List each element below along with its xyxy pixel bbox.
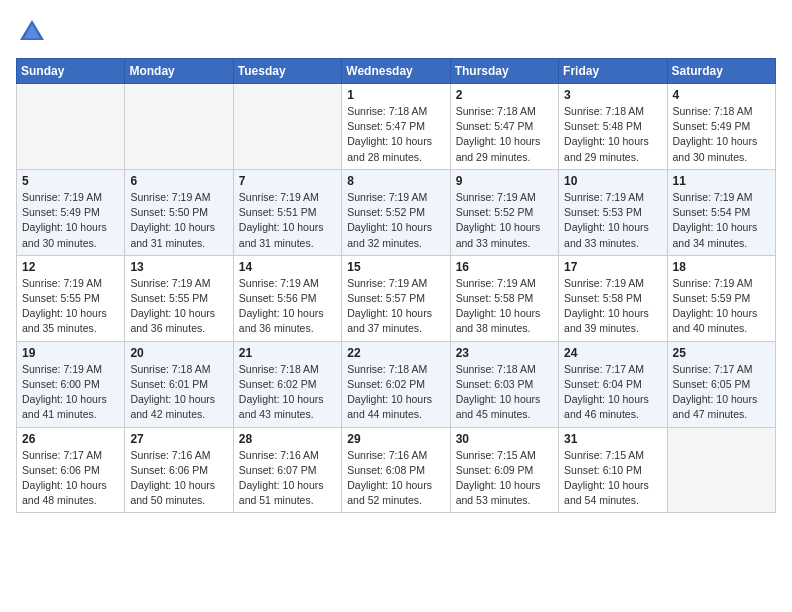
- calendar-cell: 9Sunrise: 7:19 AM Sunset: 5:52 PM Daylig…: [450, 169, 558, 255]
- logo: [16, 16, 52, 48]
- weekday-header-sunday: Sunday: [17, 59, 125, 84]
- weekday-header-tuesday: Tuesday: [233, 59, 341, 84]
- day-number: 8: [347, 174, 444, 188]
- day-number: 15: [347, 260, 444, 274]
- day-number: 9: [456, 174, 553, 188]
- day-number: 2: [456, 88, 553, 102]
- calendar-week-row: 12Sunrise: 7:19 AM Sunset: 5:55 PM Dayli…: [17, 255, 776, 341]
- day-number: 28: [239, 432, 336, 446]
- day-number: 13: [130, 260, 227, 274]
- weekday-header-row: SundayMondayTuesdayWednesdayThursdayFrid…: [17, 59, 776, 84]
- day-number: 10: [564, 174, 661, 188]
- calendar-cell: 31Sunrise: 7:15 AM Sunset: 6:10 PM Dayli…: [559, 427, 667, 513]
- day-number: 5: [22, 174, 119, 188]
- day-number: 18: [673, 260, 770, 274]
- calendar-cell: 6Sunrise: 7:19 AM Sunset: 5:50 PM Daylig…: [125, 169, 233, 255]
- day-number: 1: [347, 88, 444, 102]
- day-number: 29: [347, 432, 444, 446]
- day-info: Sunrise: 7:19 AM Sunset: 5:52 PM Dayligh…: [347, 190, 444, 251]
- calendar-cell: 3Sunrise: 7:18 AM Sunset: 5:48 PM Daylig…: [559, 84, 667, 170]
- day-number: 21: [239, 346, 336, 360]
- day-info: Sunrise: 7:17 AM Sunset: 6:05 PM Dayligh…: [673, 362, 770, 423]
- calendar-cell: 24Sunrise: 7:17 AM Sunset: 6:04 PM Dayli…: [559, 341, 667, 427]
- calendar-cell: 4Sunrise: 7:18 AM Sunset: 5:49 PM Daylig…: [667, 84, 775, 170]
- logo-icon: [16, 16, 48, 48]
- day-info: Sunrise: 7:19 AM Sunset: 6:00 PM Dayligh…: [22, 362, 119, 423]
- day-info: Sunrise: 7:19 AM Sunset: 5:58 PM Dayligh…: [456, 276, 553, 337]
- day-number: 12: [22, 260, 119, 274]
- day-info: Sunrise: 7:16 AM Sunset: 6:06 PM Dayligh…: [130, 448, 227, 509]
- weekday-header-monday: Monday: [125, 59, 233, 84]
- day-number: 20: [130, 346, 227, 360]
- day-number: 31: [564, 432, 661, 446]
- calendar-cell: [233, 84, 341, 170]
- day-number: 25: [673, 346, 770, 360]
- day-number: 30: [456, 432, 553, 446]
- day-info: Sunrise: 7:18 AM Sunset: 5:49 PM Dayligh…: [673, 104, 770, 165]
- calendar-week-row: 19Sunrise: 7:19 AM Sunset: 6:00 PM Dayli…: [17, 341, 776, 427]
- calendar-cell: [125, 84, 233, 170]
- calendar-cell: 16Sunrise: 7:19 AM Sunset: 5:58 PM Dayli…: [450, 255, 558, 341]
- day-info: Sunrise: 7:19 AM Sunset: 5:51 PM Dayligh…: [239, 190, 336, 251]
- calendar-cell: 11Sunrise: 7:19 AM Sunset: 5:54 PM Dayli…: [667, 169, 775, 255]
- weekday-header-friday: Friday: [559, 59, 667, 84]
- calendar-cell: 5Sunrise: 7:19 AM Sunset: 5:49 PM Daylig…: [17, 169, 125, 255]
- calendar-cell: 23Sunrise: 7:18 AM Sunset: 6:03 PM Dayli…: [450, 341, 558, 427]
- calendar-cell: 25Sunrise: 7:17 AM Sunset: 6:05 PM Dayli…: [667, 341, 775, 427]
- calendar-cell: [667, 427, 775, 513]
- day-number: 17: [564, 260, 661, 274]
- weekday-header-saturday: Saturday: [667, 59, 775, 84]
- day-number: 16: [456, 260, 553, 274]
- day-number: 3: [564, 88, 661, 102]
- calendar-cell: 13Sunrise: 7:19 AM Sunset: 5:55 PM Dayli…: [125, 255, 233, 341]
- day-number: 26: [22, 432, 119, 446]
- day-number: 6: [130, 174, 227, 188]
- day-number: 7: [239, 174, 336, 188]
- day-info: Sunrise: 7:18 AM Sunset: 5:48 PM Dayligh…: [564, 104, 661, 165]
- calendar-cell: 26Sunrise: 7:17 AM Sunset: 6:06 PM Dayli…: [17, 427, 125, 513]
- day-info: Sunrise: 7:19 AM Sunset: 5:50 PM Dayligh…: [130, 190, 227, 251]
- calendar-cell: [17, 84, 125, 170]
- day-info: Sunrise: 7:19 AM Sunset: 5:59 PM Dayligh…: [673, 276, 770, 337]
- calendar-cell: 28Sunrise: 7:16 AM Sunset: 6:07 PM Dayli…: [233, 427, 341, 513]
- calendar-cell: 12Sunrise: 7:19 AM Sunset: 5:55 PM Dayli…: [17, 255, 125, 341]
- day-info: Sunrise: 7:19 AM Sunset: 5:52 PM Dayligh…: [456, 190, 553, 251]
- calendar-cell: 29Sunrise: 7:16 AM Sunset: 6:08 PM Dayli…: [342, 427, 450, 513]
- day-info: Sunrise: 7:19 AM Sunset: 5:54 PM Dayligh…: [673, 190, 770, 251]
- calendar-week-row: 26Sunrise: 7:17 AM Sunset: 6:06 PM Dayli…: [17, 427, 776, 513]
- day-number: 23: [456, 346, 553, 360]
- calendar-cell: 27Sunrise: 7:16 AM Sunset: 6:06 PM Dayli…: [125, 427, 233, 513]
- calendar-cell: 19Sunrise: 7:19 AM Sunset: 6:00 PM Dayli…: [17, 341, 125, 427]
- calendar-cell: 30Sunrise: 7:15 AM Sunset: 6:09 PM Dayli…: [450, 427, 558, 513]
- day-info: Sunrise: 7:18 AM Sunset: 5:47 PM Dayligh…: [347, 104, 444, 165]
- weekday-header-wednesday: Wednesday: [342, 59, 450, 84]
- calendar-cell: 8Sunrise: 7:19 AM Sunset: 5:52 PM Daylig…: [342, 169, 450, 255]
- day-info: Sunrise: 7:18 AM Sunset: 6:02 PM Dayligh…: [347, 362, 444, 423]
- calendar-cell: 15Sunrise: 7:19 AM Sunset: 5:57 PM Dayli…: [342, 255, 450, 341]
- calendar-cell: 17Sunrise: 7:19 AM Sunset: 5:58 PM Dayli…: [559, 255, 667, 341]
- calendar-table: SundayMondayTuesdayWednesdayThursdayFrid…: [16, 58, 776, 513]
- day-number: 19: [22, 346, 119, 360]
- day-info: Sunrise: 7:19 AM Sunset: 5:55 PM Dayligh…: [22, 276, 119, 337]
- day-info: Sunrise: 7:18 AM Sunset: 6:03 PM Dayligh…: [456, 362, 553, 423]
- day-info: Sunrise: 7:18 AM Sunset: 6:01 PM Dayligh…: [130, 362, 227, 423]
- day-info: Sunrise: 7:17 AM Sunset: 6:04 PM Dayligh…: [564, 362, 661, 423]
- day-number: 11: [673, 174, 770, 188]
- day-number: 22: [347, 346, 444, 360]
- day-info: Sunrise: 7:19 AM Sunset: 5:56 PM Dayligh…: [239, 276, 336, 337]
- calendar-cell: 10Sunrise: 7:19 AM Sunset: 5:53 PM Dayli…: [559, 169, 667, 255]
- day-number: 27: [130, 432, 227, 446]
- calendar-week-row: 1Sunrise: 7:18 AM Sunset: 5:47 PM Daylig…: [17, 84, 776, 170]
- day-info: Sunrise: 7:19 AM Sunset: 5:57 PM Dayligh…: [347, 276, 444, 337]
- calendar-cell: 21Sunrise: 7:18 AM Sunset: 6:02 PM Dayli…: [233, 341, 341, 427]
- page-header: [16, 16, 776, 48]
- calendar-cell: 20Sunrise: 7:18 AM Sunset: 6:01 PM Dayli…: [125, 341, 233, 427]
- day-info: Sunrise: 7:16 AM Sunset: 6:07 PM Dayligh…: [239, 448, 336, 509]
- calendar-cell: 18Sunrise: 7:19 AM Sunset: 5:59 PM Dayli…: [667, 255, 775, 341]
- calendar-cell: 7Sunrise: 7:19 AM Sunset: 5:51 PM Daylig…: [233, 169, 341, 255]
- day-info: Sunrise: 7:16 AM Sunset: 6:08 PM Dayligh…: [347, 448, 444, 509]
- day-number: 4: [673, 88, 770, 102]
- day-info: Sunrise: 7:19 AM Sunset: 5:49 PM Dayligh…: [22, 190, 119, 251]
- day-info: Sunrise: 7:19 AM Sunset: 5:55 PM Dayligh…: [130, 276, 227, 337]
- calendar-week-row: 5Sunrise: 7:19 AM Sunset: 5:49 PM Daylig…: [17, 169, 776, 255]
